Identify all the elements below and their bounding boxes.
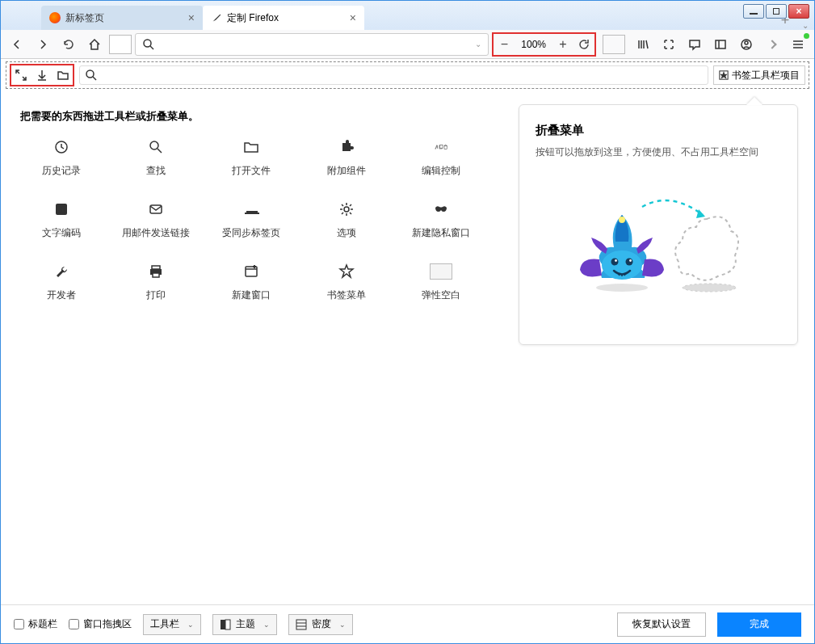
private-window-icon [430, 200, 452, 218]
url-bar[interactable]: ⌄ [135, 33, 489, 56]
tool-label: 打印 [146, 288, 166, 302]
forward-button[interactable] [32, 33, 54, 56]
clock-icon [50, 138, 73, 156]
titlebar-checkbox[interactable]: 标题栏 [14, 617, 57, 631]
svg-point-28 [596, 284, 648, 292]
customize-footer: 标题栏 窗口拖拽区 工具栏 ⌄ 主题 ⌄ 密度 ⌄ 恢复默认设置 完成 [1, 604, 814, 643]
drag-area-checkbox-input[interactable] [69, 619, 79, 629]
svg-rect-19 [153, 273, 159, 277]
svg-point-27 [629, 259, 632, 262]
density-dropdown-label: 密度 [312, 617, 331, 631]
tool-label: 新建窗口 [232, 288, 271, 302]
tool-flexible-space[interactable]: 弹性空白 [397, 263, 485, 302]
tool-new-window[interactable]: 新建窗口 [207, 263, 296, 302]
app-menu-button[interactable] [787, 33, 809, 56]
tool-addons[interactable]: 附加组件 [302, 138, 391, 178]
done-button[interactable]: 完成 [717, 612, 801, 637]
svg-point-7 [150, 141, 158, 149]
chevron-down-icon: ⌄ [339, 621, 346, 629]
tool-encoding[interactable]: ití 文字编码 [17, 200, 106, 240]
tabs-dropdown-button[interactable]: ⌄ [796, 21, 814, 30]
zoom-controls: − 100% + [492, 32, 596, 57]
tool-print[interactable]: 打印 [112, 263, 201, 302]
tool-email-link[interactable]: 用邮件发送链接 [112, 200, 201, 240]
home-button[interactable] [83, 33, 106, 56]
density-dropdown[interactable]: 密度 ⌄ [288, 614, 353, 635]
tab-label: 定制 Firefox [227, 11, 279, 25]
chat-button[interactable] [683, 33, 706, 56]
tool-synced-tabs[interactable]: 受同步标签页 [207, 200, 296, 240]
restore-defaults-button[interactable]: 恢复默认设置 [617, 612, 706, 637]
svg-point-26 [615, 259, 617, 262]
svg-point-22 [619, 217, 625, 223]
back-button[interactable] [6, 33, 28, 56]
account-button[interactable] [735, 33, 758, 56]
folder-icon[interactable] [55, 67, 71, 83]
reload-button[interactable] [57, 33, 80, 56]
tool-bookmarks-menu[interactable]: 书签菜单 [302, 263, 391, 302]
zoom-level-label: 100% [515, 39, 552, 50]
close-icon[interactable]: × [350, 11, 356, 24]
tool-label: 开发者 [47, 288, 76, 302]
titlebar-checkbox-input[interactable] [14, 619, 24, 629]
svg-point-16 [344, 207, 349, 212]
tool-label: 附加组件 [327, 164, 366, 178]
palette-search-field[interactable] [79, 65, 708, 85]
svg-rect-9 [440, 145, 443, 148]
svg-point-4 [86, 70, 94, 78]
download-icon[interactable] [34, 67, 50, 83]
maximize-button[interactable] [766, 4, 787, 19]
tool-history[interactable]: 历史记录 [17, 138, 106, 178]
tool-open-file[interactable]: 打开文件 [207, 138, 296, 178]
chevron-down-icon[interactable]: ⌄ [475, 40, 481, 48]
search-icon [145, 138, 167, 156]
flexible-space[interactable] [109, 35, 132, 54]
tool-palette-grid: 历史记录 查找 打开文件 [17, 138, 485, 302]
zoom-in-button[interactable]: + [552, 34, 573, 55]
brush-icon [211, 12, 222, 23]
highlighted-toolbar-items [10, 64, 74, 86]
tool-label: 文字编码 [42, 226, 81, 240]
tool-label: 弹性空白 [422, 288, 460, 302]
bookmarks-toolbar-items-button[interactable]: 书签工具栏项目 [713, 65, 805, 85]
tool-developer[interactable]: 开发者 [17, 263, 106, 302]
svg-rect-17 [152, 266, 160, 269]
fullscreen-icon[interactable] [13, 67, 29, 83]
themes-dropdown[interactable]: 主题 ⌄ [212, 614, 277, 635]
encoding-icon: ití [50, 200, 73, 218]
drag-area-checkbox[interactable]: 窗口拖拽区 [69, 617, 132, 631]
tool-label: 查找 [146, 164, 166, 178]
tool-label: 打开文件 [232, 164, 271, 178]
customize-palette-toolbar: 书签工具栏项目 [6, 61, 809, 89]
tool-label: 新建隐私窗口 [412, 226, 470, 240]
zoom-out-button[interactable]: − [494, 34, 515, 55]
library-button[interactable] [632, 33, 654, 56]
tool-preferences[interactable]: 选项 [302, 200, 391, 240]
flexible-space-icon [430, 263, 452, 280]
screenshot-button[interactable] [657, 33, 680, 56]
tab-customize[interactable]: 定制 Firefox × [203, 6, 364, 30]
close-icon[interactable]: × [188, 11, 195, 24]
mail-link-icon [145, 200, 167, 218]
svg-point-25 [626, 259, 633, 266]
overflow-button[interactable] [761, 33, 783, 56]
tab-new-tab[interactable]: 新标签页 × [41, 6, 203, 30]
flexible-space[interactable] [603, 35, 625, 54]
tool-find[interactable]: 查找 [112, 138, 201, 178]
minimize-button[interactable] [743, 4, 764, 19]
tool-label: 编辑控制 [422, 164, 460, 178]
tool-label: 选项 [337, 226, 356, 240]
overflow-panel[interactable]: 折叠菜单 按钮可以拖放到这里，方便使用、不占用工具栏空间 [519, 104, 798, 345]
print-icon [145, 263, 167, 280]
svg-point-24 [611, 259, 619, 266]
synced-tabs-icon [240, 200, 263, 218]
close-button[interactable]: × [788, 4, 809, 19]
toolbars-dropdown[interactable]: 工具栏 ⌄ [143, 614, 201, 635]
tool-edit-controls[interactable]: 编辑控制 [397, 138, 485, 178]
overflow-panel-description: 按钮可以拖放到这里，方便使用、不占用工具栏空间 [536, 145, 781, 160]
tool-private-window[interactable]: 新建隐私窗口 [397, 200, 485, 240]
sidebar-button[interactable] [709, 33, 732, 56]
zoom-reset-button[interactable] [573, 34, 594, 55]
tool-label: 历史记录 [42, 164, 81, 178]
firefox-icon [49, 12, 61, 23]
